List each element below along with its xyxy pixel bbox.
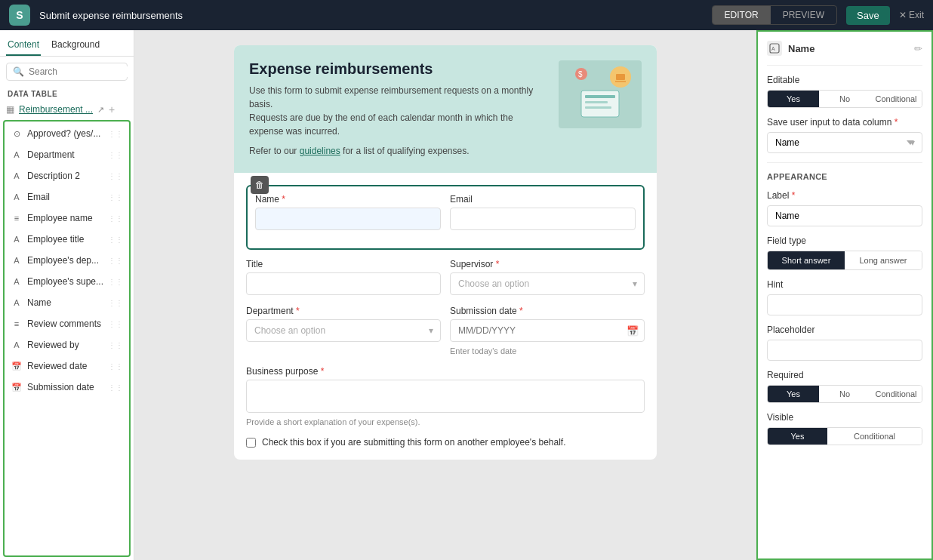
checkbox-label: Check this box if you are submitting thi… xyxy=(262,437,566,448)
search-box[interactable]: 🔍 xyxy=(6,63,128,81)
text-icon: A xyxy=(11,339,23,351)
sidebar-item-submission-date[interactable]: 📅 Submission date ⋮⋮ xyxy=(5,377,129,398)
date-hint: Enter today's date xyxy=(450,346,645,355)
exit-button[interactable]: ✕ Exit xyxy=(899,10,924,20)
save-input-select-wrap: Name xyxy=(767,132,922,153)
data-table-name[interactable]: Reimbursement ... xyxy=(19,104,93,115)
submission-date-input[interactable] xyxy=(450,319,645,342)
svg-rect-2 xyxy=(585,95,615,98)
form-header-text: Expense reimbursements Use this form to … xyxy=(249,60,547,158)
title-label: Title xyxy=(246,259,441,269)
submission-date-group: Submission date * 📅 Enter today's date xyxy=(450,306,645,355)
calendar-icon: 📅 xyxy=(627,325,639,337)
business-purpose-input[interactable] xyxy=(246,380,645,413)
required-yes-button[interactable]: Yes xyxy=(768,386,819,402)
drag-handle[interactable]: ⋮⋮ xyxy=(108,320,123,328)
checkbox-row: Check this box if you are submitting thi… xyxy=(246,437,645,448)
editable-label: Editable xyxy=(767,75,922,85)
drag-handle[interactable]: ⋮⋮ xyxy=(108,257,123,265)
sidebar-item-label: Employee name xyxy=(27,213,103,223)
tab-editor[interactable]: EDITOR xyxy=(713,6,771,24)
date-icon: 📅 xyxy=(11,381,23,393)
required-toggle-group: Yes No Conditional xyxy=(767,385,922,403)
sidebar-item-employee-title[interactable]: A Employee title ⋮⋮ xyxy=(5,229,129,250)
sidebar-item-reviewed-by[interactable]: A Reviewed by ⋮⋮ xyxy=(5,334,129,355)
svg-rect-4 xyxy=(585,106,611,109)
drag-handle[interactable]: ⋮⋮ xyxy=(108,299,123,307)
name-input[interactable] xyxy=(255,208,441,230)
sidebar-item-employee-dep[interactable]: A Employee's dep... ⋮⋮ xyxy=(5,250,129,271)
drag-handle[interactable]: ⋮⋮ xyxy=(108,362,123,371)
drag-handle[interactable]: ⋮⋮ xyxy=(108,151,123,159)
sidebar-item-email[interactable]: A Email ⋮⋮ xyxy=(5,186,129,208)
drag-handle[interactable]: ⋮⋮ xyxy=(108,193,123,202)
department-select-wrap: Choose an option xyxy=(246,319,441,342)
right-panel-title: Name xyxy=(788,43,908,54)
appearance-label: APPEARANCE xyxy=(767,172,922,181)
editable-no-button[interactable]: No xyxy=(819,91,870,107)
sidebar-item-name[interactable]: A Name ⋮⋮ xyxy=(5,292,129,313)
form-body: 🗑 Name * Email xyxy=(234,173,657,460)
behalf-checkbox[interactable] xyxy=(246,438,256,448)
required-no-button[interactable]: No xyxy=(819,386,870,402)
sidebar-item-label: Reviewed by xyxy=(27,340,103,350)
drag-handle[interactable]: ⋮⋮ xyxy=(108,130,123,138)
hint-input[interactable] xyxy=(767,294,922,315)
sidebar-item-description2[interactable]: A Description 2 ⋮⋮ xyxy=(5,165,129,186)
drag-handle[interactable]: ⋮⋮ xyxy=(108,341,123,349)
edit-title-button[interactable]: ✏ xyxy=(914,43,922,54)
email-input[interactable] xyxy=(450,208,636,230)
supervisor-group: Supervisor * Choose an option xyxy=(450,259,645,295)
divider-2 xyxy=(767,162,922,163)
sidebar-tabs: Content Background xyxy=(0,30,134,57)
field-type-toggle-group: Short answer Long answer xyxy=(767,251,922,270)
drag-handle[interactable]: ⋮⋮ xyxy=(108,278,123,286)
visible-yes-button[interactable]: Yes xyxy=(768,428,827,445)
editable-conditional-button[interactable]: Conditional xyxy=(870,91,922,107)
data-table-label: DATA TABLE xyxy=(0,87,134,101)
sidebar-item-review-comments[interactable]: ≡ Review comments ⋮⋮ xyxy=(5,313,129,334)
sidebar-item-employee-supe[interactable]: A Employee's supe... ⋮⋮ xyxy=(5,271,129,292)
title-input[interactable] xyxy=(246,272,441,295)
sidebar-item-employee-name[interactable]: ≡ Employee name ⋮⋮ xyxy=(5,208,129,229)
tab-content[interactable]: Content xyxy=(6,36,41,56)
sidebar-item-reviewed-date[interactable]: 📅 Reviewed date ⋮⋮ xyxy=(5,355,129,377)
department-select[interactable]: Choose an option xyxy=(246,319,441,342)
tab-preview[interactable]: PREVIEW xyxy=(771,6,836,24)
supervisor-select[interactable]: Choose an option xyxy=(450,272,645,295)
delete-field-button[interactable]: 🗑 xyxy=(251,176,269,194)
editable-yes-button[interactable]: Yes xyxy=(768,91,819,107)
editable-section: Editable Yes No Conditional xyxy=(767,75,922,108)
sidebar-item-label: Employee's supe... xyxy=(27,276,103,287)
sidebar-item-label: Description 2 xyxy=(27,171,103,181)
external-link-icon[interactable]: ↗ xyxy=(97,105,104,115)
short-answer-button[interactable]: Short answer xyxy=(768,251,845,269)
form-desc: Use this form to submit expense reimburs… xyxy=(249,84,547,138)
placeholder-section: Placeholder xyxy=(767,325,922,361)
sidebar-item-approved[interactable]: ⊙ Approved? (yes/... ⋮⋮ xyxy=(5,123,129,144)
tab-background[interactable]: Background xyxy=(50,36,101,56)
required-conditional-button[interactable]: Conditional xyxy=(870,386,922,402)
svg-rect-3 xyxy=(585,101,608,103)
app-title: Submit expense reimbursements xyxy=(39,10,703,21)
svg-rect-6 xyxy=(616,74,625,80)
drag-handle[interactable]: ⋮⋮ xyxy=(108,383,123,392)
sidebar-item-department[interactable]: A Department ⋮⋮ xyxy=(5,144,129,165)
drag-handle[interactable]: ⋮⋮ xyxy=(108,214,123,223)
save-input-select[interactable]: Name xyxy=(767,132,922,153)
add-column-button[interactable]: + xyxy=(109,103,115,115)
drag-handle[interactable]: ⋮⋮ xyxy=(108,235,123,244)
sidebar-item-label: Department xyxy=(27,149,103,160)
visible-conditional-button[interactable]: Conditional xyxy=(827,428,922,445)
department-label: Department * xyxy=(246,306,441,316)
guidelines-link[interactable]: guidelines xyxy=(300,146,340,156)
placeholder-input[interactable] xyxy=(767,340,922,361)
name-field-container[interactable]: 🗑 Name * Email xyxy=(246,185,645,250)
label-input[interactable] xyxy=(767,205,922,226)
save-button[interactable]: Save xyxy=(846,6,890,25)
search-input[interactable] xyxy=(29,66,134,77)
field-type-section: Field type Short answer Long answer xyxy=(767,235,922,270)
date-icon: 📅 xyxy=(11,360,23,372)
drag-handle[interactable]: ⋮⋮ xyxy=(108,172,123,180)
long-answer-button[interactable]: Long answer xyxy=(845,251,922,269)
